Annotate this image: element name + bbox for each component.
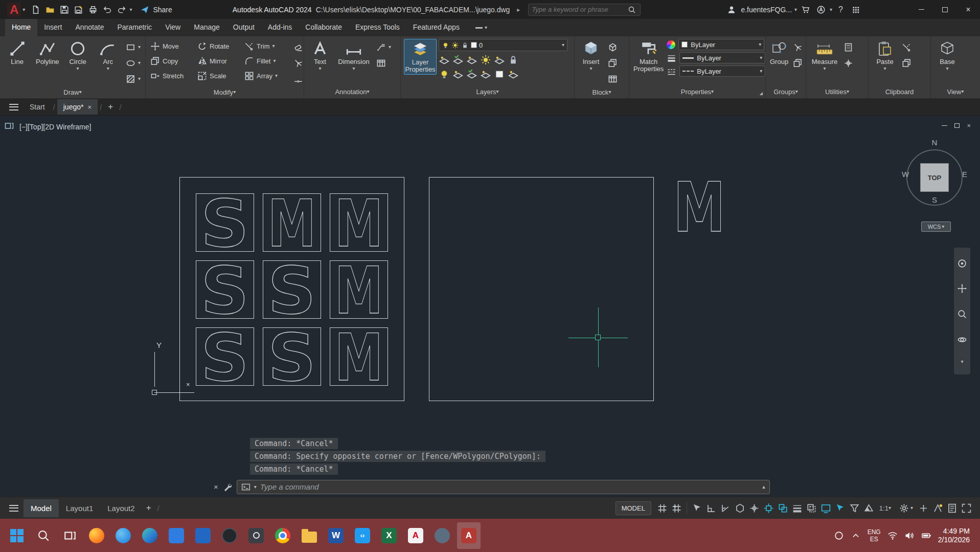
viewcube-east[interactable]: E [962, 170, 967, 179]
hatch-tool[interactable]: ▾ [124, 72, 142, 86]
new-file-button[interactable] [29, 3, 42, 16]
layer-merge-icon[interactable] [480, 69, 491, 80]
grid-cell[interactable]: S [196, 327, 254, 386]
layer-previous-icon[interactable] [466, 54, 477, 65]
join-tool[interactable] [292, 72, 305, 86]
autodesk-access-icon[interactable] [814, 3, 828, 16]
panel-label-annotation[interactable]: Annotation▾ [304, 85, 400, 98]
array-tool[interactable]: Array▾ [243, 69, 290, 83]
mirror-tool[interactable]: Mirror [196, 54, 243, 68]
object-snap-toggle[interactable] [762, 502, 775, 515]
grid-cell[interactable]: M [330, 327, 388, 386]
leader-tool[interactable]: ▾ [375, 40, 393, 54]
create-block-tool[interactable] [606, 40, 619, 54]
clean-screen-button[interactable] [960, 502, 973, 515]
selection-cycling-toggle[interactable] [777, 502, 789, 515]
volume-icon[interactable] [904, 531, 915, 541]
taskbar-app-dark[interactable] [218, 522, 241, 549]
viewcube-west[interactable]: W [902, 170, 909, 179]
line-tool[interactable]: Line [3, 39, 31, 67]
hamburger-menu-icon[interactable] [9, 104, 18, 111]
plot-button[interactable] [86, 3, 100, 16]
viewport-controls[interactable]: [−][Top][2D Wireframe] [19, 123, 91, 131]
layer-isolate-icon[interactable] [494, 54, 505, 65]
file-tab-start[interactable]: Start [24, 99, 51, 115]
navbar-more-icon[interactable]: ▾ [961, 360, 963, 364]
taskbar-mail[interactable] [191, 522, 215, 549]
layer-properties-button[interactable]: Layer Properties [404, 39, 437, 75]
layout-menu-icon[interactable] [9, 505, 18, 512]
grid-cell[interactable]: S [196, 260, 254, 319]
insert-block-button[interactable]: Insert▾ [578, 39, 604, 72]
panel-label-view[interactable]: View▾ [931, 85, 980, 98]
wcs-dropdown[interactable]: WCS▾ [921, 222, 951, 232]
base-view-button[interactable]: Base▾ [934, 39, 961, 72]
taskbar-vscode[interactable]: ‹› [351, 522, 374, 549]
taskbar-app-gray[interactable] [430, 522, 454, 549]
grid-cell[interactable]: M [330, 260, 388, 319]
annotation-monitor-toggle[interactable] [931, 502, 944, 515]
save-button[interactable] [58, 3, 71, 16]
ortho-mode-toggle[interactable] [705, 502, 718, 515]
grid-display-toggle[interactable] [656, 502, 669, 515]
object-snap-tracking-toggle[interactable] [748, 502, 761, 515]
layer-unisolate-icon[interactable] [452, 69, 464, 80]
hidden-icons-chevron[interactable] [851, 531, 861, 541]
tab-view[interactable]: View [158, 19, 187, 36]
arrow-right-icon[interactable]: ▸ [517, 6, 520, 13]
letter-grid-rectangle[interactable]: S M M S S M S S M [179, 177, 404, 401]
tab-annotate[interactable]: Annotate [69, 19, 110, 36]
lineweight-dropdown[interactable]: ByLayer▾ [679, 52, 765, 63]
taskbar-snip[interactable] [244, 522, 268, 549]
help-search-box[interactable] [528, 4, 641, 16]
rotate-tool[interactable]: Rotate [196, 39, 243, 53]
orbit-icon[interactable] [957, 335, 967, 345]
block-attributes-tool[interactable] [606, 72, 619, 86]
grid-cell[interactable]: S [263, 260, 321, 319]
viewport-restore-icon[interactable] [954, 123, 960, 128]
wifi-icon[interactable] [887, 531, 898, 541]
isometric-drafting-toggle[interactable] [734, 502, 746, 515]
edit-block-tool[interactable] [606, 56, 619, 70]
viewport-close-icon[interactable]: × [967, 122, 971, 129]
rectangle-tool[interactable]: ▾ [124, 40, 142, 54]
annotation-visibility-toggle[interactable] [862, 502, 875, 515]
command-prompt-icon[interactable] [241, 482, 250, 492]
drawing-canvas[interactable]: [−][Top][2D Wireframe] × S M M S S M S S… [0, 116, 980, 497]
arc-tool[interactable]: Arc▾ [94, 39, 122, 72]
group-button[interactable]: Group [769, 39, 789, 67]
tab-addins[interactable]: Add-ins [261, 19, 299, 36]
taskbar-store[interactable] [165, 522, 188, 549]
command-history-toggle-icon[interactable]: ▴ [762, 483, 765, 490]
ribbon-display-toggle[interactable]: ▾ [471, 19, 491, 36]
search-icon[interactable] [627, 5, 637, 15]
maximize-button[interactable] [933, 0, 956, 19]
circle-tool[interactable]: Circle▾ [63, 39, 92, 72]
tab-collaborate[interactable]: Collaborate [299, 19, 349, 36]
share-button[interactable]: Share [139, 4, 172, 15]
close-button[interactable]: × [956, 0, 980, 19]
erase-tool[interactable] [292, 40, 305, 54]
layer-lock-tool-icon[interactable] [508, 54, 519, 65]
grid-cell[interactable]: S [196, 193, 254, 252]
minimize-button[interactable] [909, 0, 933, 19]
chevron-down-icon[interactable]: ▾ [254, 485, 257, 489]
tab-featured-apps[interactable]: Featured Apps [406, 19, 466, 36]
grid-cell[interactable]: M [263, 193, 321, 252]
help-button[interactable]: ? [834, 5, 847, 14]
model-space-button[interactable]: MODEL [616, 501, 651, 515]
customize-wrench-icon[interactable] [223, 482, 232, 492]
taskbar-edge[interactable] [138, 522, 162, 549]
panel-label-properties[interactable]: Properties▾◢ [629, 85, 765, 98]
tab-home[interactable]: Home [5, 19, 37, 36]
dynamic-ucs-toggle[interactable] [834, 502, 847, 515]
viewcube-north[interactable]: N [900, 138, 969, 147]
clock[interactable]: 4:49 PM2/10/2026 [938, 527, 970, 544]
cut-clip-tool[interactable] [900, 40, 913, 54]
viewport-minimize-icon[interactable] [942, 125, 947, 126]
command-input[interactable] [260, 482, 759, 491]
trim-tool[interactable]: Trim▾ [243, 39, 290, 53]
panel-label-groups[interactable]: Groups▾ [766, 85, 806, 98]
osnap-3d-toggle[interactable] [819, 502, 832, 515]
polar-tracking-toggle[interactable] [719, 502, 732, 515]
